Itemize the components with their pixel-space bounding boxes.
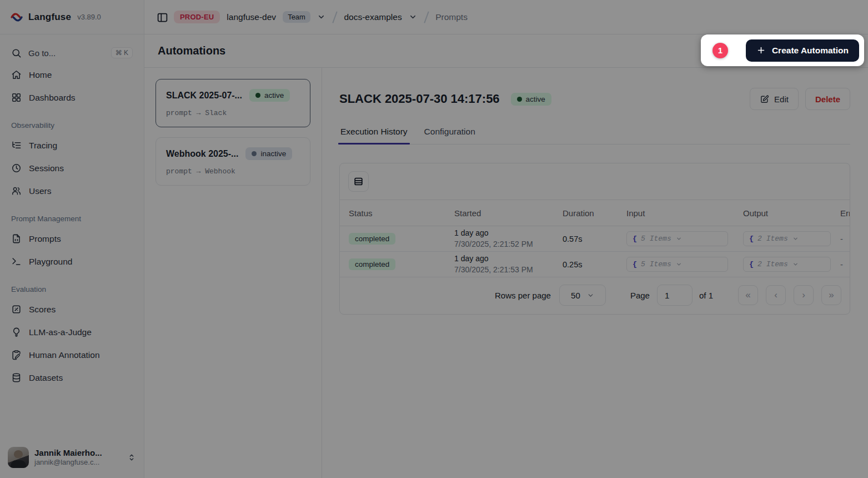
annotation-spotlight: 1 Create Automation [701,34,864,66]
create-automation-label: Create Automation [772,46,849,56]
annotation-step-badge: 1 [713,43,728,58]
plus-icon [756,46,766,55]
dim-overlay [0,0,868,478]
create-automation-button[interactable]: Create Automation [746,39,859,62]
